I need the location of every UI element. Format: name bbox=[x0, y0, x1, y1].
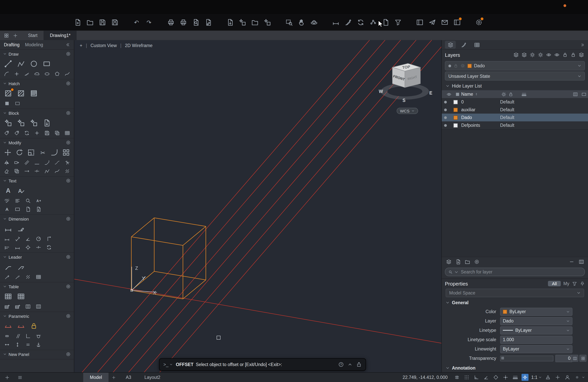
radius-icon[interactable] bbox=[34, 235, 43, 243]
palette-list-icon[interactable] bbox=[18, 375, 22, 380]
plot-icon[interactable] bbox=[166, 17, 176, 27]
hatch-icon[interactable] bbox=[2, 88, 14, 99]
export-file-icon[interactable] bbox=[225, 17, 235, 27]
mirror-icon[interactable] bbox=[2, 159, 11, 167]
panel-options-icon[interactable] bbox=[66, 314, 71, 318]
layer-row-defpoints[interactable]: DefpointsDefault bbox=[442, 121, 588, 129]
wireframe-box[interactable] bbox=[131, 218, 206, 299]
define-attribute-icon[interactable] bbox=[2, 129, 11, 137]
export-pdf-icon[interactable] bbox=[34, 205, 43, 213]
text-frame-icon[interactable] bbox=[13, 205, 22, 213]
property-linetype-select[interactable]: ByLayer bbox=[500, 326, 572, 334]
tool-palettes-icon[interactable] bbox=[452, 17, 462, 27]
panel-options-icon[interactable] bbox=[66, 110, 71, 116]
viewcube-south-label[interactable]: S bbox=[402, 98, 405, 103]
continue-icon[interactable] bbox=[13, 244, 22, 251]
aligned-icon[interactable] bbox=[13, 235, 22, 243]
remove-leader-icon[interactable] bbox=[13, 273, 22, 281]
hatch-pattern-icon[interactable] bbox=[15, 88, 27, 99]
sync-attributes-icon[interactable] bbox=[22, 129, 31, 137]
selection-type-dropdown[interactable]: Model Space bbox=[446, 289, 584, 297]
layer-list-empty-area[interactable] bbox=[442, 129, 588, 257]
column-settings-icon[interactable] bbox=[578, 258, 585, 265]
annotation-scale-control[interactable]: 1:1 bbox=[531, 375, 542, 380]
rotate-icon[interactable] bbox=[14, 147, 24, 158]
section-header[interactable]: Parametric bbox=[0, 312, 74, 320]
multileader-icon[interactable] bbox=[2, 261, 14, 272]
drawing-tab-start[interactable]: Start bbox=[22, 31, 44, 40]
app-grid-icon[interactable] bbox=[4, 33, 9, 38]
command-line-dock[interactable]: >_ OFFSETSelect object to offset or [Exi… bbox=[159, 358, 366, 371]
snap-mode-icon[interactable] bbox=[463, 374, 470, 381]
ordinate-icon[interactable] bbox=[44, 235, 54, 243]
page-setup-icon[interactable] bbox=[203, 17, 213, 27]
align-icon[interactable] bbox=[63, 167, 72, 175]
convert-to-mtext-icon[interactable]: A bbox=[2, 205, 12, 213]
lengthen-icon[interactable] bbox=[22, 167, 31, 175]
justify-text-icon[interactable] bbox=[13, 197, 22, 205]
column-settings-icon[interactable] bbox=[571, 92, 579, 97]
pdf-import-icon[interactable] bbox=[380, 17, 390, 27]
layer-color-swatch[interactable] bbox=[453, 115, 458, 120]
break-icon[interactable] bbox=[32, 167, 42, 175]
customization-icon[interactable] bbox=[474, 17, 484, 27]
layer-lineweight[interactable]: Default bbox=[500, 107, 534, 112]
eye-icon[interactable] bbox=[444, 92, 453, 97]
section-header[interactable]: Draw bbox=[0, 50, 74, 58]
name-column-header[interactable]: Name bbox=[461, 92, 500, 96]
viewport-view-button[interactable]: Custom View bbox=[90, 43, 117, 48]
multileader-style-icon[interactable] bbox=[15, 261, 27, 272]
ucs-icon[interactable]: ZYX bbox=[131, 265, 157, 295]
section-header[interactable]: Dimension bbox=[0, 215, 74, 223]
polar-tracking-icon[interactable] bbox=[483, 374, 490, 381]
edit-spline-icon[interactable] bbox=[53, 167, 62, 175]
add-palette-icon[interactable] bbox=[5, 375, 10, 380]
save-block-icon[interactable] bbox=[42, 129, 52, 137]
measure-icon[interactable] bbox=[331, 17, 341, 27]
off-layer-icon[interactable] bbox=[545, 52, 552, 58]
grid-display-icon[interactable] bbox=[453, 374, 461, 381]
collapse-rows-icon[interactable] bbox=[568, 258, 575, 265]
dimensional-constraint-icon[interactable] bbox=[2, 320, 14, 331]
collapse-panel-icon[interactable] bbox=[65, 42, 70, 47]
set-base-point-icon[interactable] bbox=[32, 129, 42, 137]
boundary-icon[interactable] bbox=[13, 100, 22, 107]
add-layout-button[interactable] bbox=[109, 373, 119, 382]
viewport-style-button[interactable]: 2D Wireframe bbox=[125, 43, 153, 48]
dimension-icon[interactable] bbox=[2, 223, 14, 234]
layout-tab-model[interactable]: Model bbox=[83, 373, 109, 382]
section-header[interactable]: Leader bbox=[0, 253, 74, 261]
perpendicular-icon[interactable] bbox=[23, 332, 33, 340]
current-layer-icon[interactable] bbox=[578, 52, 585, 58]
lock-icon[interactable] bbox=[507, 92, 514, 97]
design-center-icon[interactable] bbox=[368, 17, 378, 27]
filter-all-button[interactable]: All bbox=[548, 281, 561, 286]
section-header[interactable]: Text bbox=[0, 177, 74, 185]
angular-icon[interactable] bbox=[23, 235, 33, 243]
undo-icon[interactable]: ↶ bbox=[131, 17, 142, 27]
circle-icon[interactable] bbox=[28, 58, 40, 69]
layout-tab-layout2[interactable]: Layout2 bbox=[138, 373, 167, 382]
baseline-icon[interactable] bbox=[2, 244, 12, 251]
property-transparency-control[interactable]: 0 bbox=[500, 355, 572, 362]
auto-annotation-scale-icon[interactable] bbox=[554, 374, 561, 381]
pin-palette-icon[interactable] bbox=[580, 281, 585, 286]
insert-block-icon[interactable] bbox=[237, 17, 247, 27]
new-group-filter-icon[interactable] bbox=[463, 258, 471, 265]
viewport-add-button[interactable]: + bbox=[80, 43, 82, 48]
chevron-down-icon[interactable] bbox=[577, 291, 581, 295]
open-drawing-icon[interactable] bbox=[85, 17, 95, 27]
layer-state-selector[interactable]: Unsaved Layer State bbox=[445, 72, 585, 81]
chevron-down-icon[interactable] bbox=[566, 347, 570, 351]
on-layer-icon[interactable] bbox=[553, 52, 560, 58]
line-icon[interactable] bbox=[2, 58, 14, 69]
offset-icon[interactable] bbox=[22, 159, 31, 167]
quick-select-icon[interactable] bbox=[572, 281, 577, 286]
wcs-selector[interactable]: WCS bbox=[397, 108, 418, 114]
content-palette-icon[interactable] bbox=[415, 17, 425, 27]
table-from-data-icon[interactable] bbox=[15, 291, 27, 302]
pan-icon[interactable] bbox=[296, 17, 306, 27]
freeze-layer-icon[interactable] bbox=[528, 52, 536, 58]
new-drawing-icon[interactable] bbox=[72, 17, 83, 27]
ortho-mode-icon[interactable] bbox=[473, 374, 480, 381]
